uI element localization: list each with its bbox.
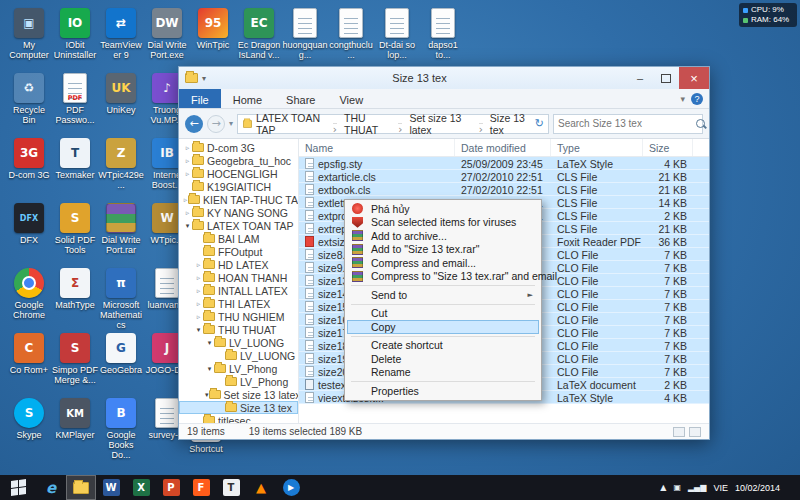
breadcrumb-segment-thu-thuat[interactable]: THU THUAT [344, 112, 391, 136]
tree-item-thu-nghiem[interactable]: ▹THU NGHIEM [179, 310, 298, 323]
tree-item-d-com-3g[interactable]: ▹D-com 3G [179, 141, 298, 154]
tab-share[interactable]: Share [274, 89, 327, 108]
forward-button[interactable]: → [207, 115, 225, 133]
taskbar-item-foxit-reader[interactable]: F [186, 475, 216, 500]
collapse-arrow-icon[interactable]: ▾ [205, 391, 209, 399]
details-view-button[interactable] [673, 427, 685, 437]
title-bar[interactable]: ▾ Size 13 tex [179, 67, 709, 89]
tree-item-titlesec[interactable]: titlesec [179, 414, 298, 423]
desktop-icon-google-books-do[interactable]: BGoogle Books Do... [98, 398, 144, 460]
maximize-button[interactable] [653, 67, 679, 89]
tree-item-set-size-13-latex[interactable]: ▾Set size 13 latex [179, 388, 298, 401]
context-menu-item-ph-h-y[interactable]: Phá hủy [347, 202, 539, 216]
expand-arrow-icon[interactable]: ▹ [194, 274, 203, 282]
tree-item-lv-phong[interactable]: ▾LV_Phong [179, 362, 298, 375]
tree-item-geogebra-tu-hoc[interactable]: ▹Geogebra_tu_hoc [179, 154, 298, 167]
context-menu-item-compress-to-size-13-tex-rar-and-email[interactable]: Compress to "Size 13 tex.rar" and email [347, 270, 539, 284]
tree-item-ky-nang-song[interactable]: ▹KY NANG SONG [179, 206, 298, 219]
hidden-icons-arrow-icon[interactable]: ▲ [660, 483, 666, 492]
desktop-icon-iobit-uninstaller[interactable]: IOIObit Uninstaller [52, 8, 98, 60]
taskbar-clock[interactable]: 10/02/2014 [735, 483, 784, 493]
tab-file[interactable]: File [179, 89, 221, 108]
desktop-icon-mathtype[interactable]: ΣMathType [52, 268, 98, 310]
expand-arrow-icon[interactable]: ▹ [194, 313, 203, 321]
desktop-icon-wintpic[interactable]: 95WinTpic [190, 8, 236, 50]
search-input[interactable] [554, 118, 694, 129]
network-icon[interactable]: ▂▄▆ [688, 483, 706, 492]
file-row-epsfig-sty[interactable]: epsfig.sty25/09/2009 23:45LaTeX Style4 K… [299, 157, 709, 170]
tree-item-ffoutput[interactable]: FFOutput [179, 245, 298, 258]
help-icon[interactable]: ? [691, 93, 703, 105]
desktop-icon-skype[interactable]: SSkype [6, 398, 52, 440]
desktop-icon-co-rom[interactable]: CCo Rom+ [6, 333, 52, 375]
desktop-icon-google-chrome[interactable]: Google Chrome [6, 268, 52, 320]
quick-access-toolbar[interactable]: ▾ [179, 73, 212, 83]
desktop-icon-dapso1-to[interactable]: dapso1 to... [420, 8, 466, 60]
search-box[interactable] [553, 114, 703, 134]
tree-item-lv-phong[interactable]: LV_Phong [179, 375, 298, 388]
file-row-extbook-cls[interactable]: extbook.cls27/02/2010 22:51CLS File21 KB [299, 183, 709, 196]
desktop-icon-pdf-passwo[interactable]: PDFPDF Passwo... [52, 73, 98, 125]
desktop-icon-unikey[interactable]: UKUniKey [98, 73, 144, 115]
tree-item-kien-tap-thuc-ta[interactable]: ▹KIEN TAP-THUC TA [179, 193, 298, 206]
tree-item-lv-luong[interactable]: ▾LV_LUONG [179, 336, 298, 349]
expand-arrow-icon[interactable]: ▹ [194, 287, 203, 295]
collapse-arrow-icon[interactable]: ▾ [205, 365, 214, 373]
desktop-icon-geogebra[interactable]: GGeoGebra [98, 333, 144, 375]
context-menu-item-cut[interactable]: Cut [347, 307, 539, 321]
tree-item-hocengligh[interactable]: ▹HOCENGLIGH [179, 167, 298, 180]
breadcrumb-segment-latex-toan-tap[interactable]: LATEX TOAN TAP [256, 112, 326, 136]
context-menu-item-create-shortcut[interactable]: Create shortcut [347, 339, 539, 353]
context-menu-item-send-to[interactable]: Send to► [347, 288, 539, 302]
taskbar-item-media-player[interactable]: ▶ [276, 475, 306, 500]
expand-arrow-icon[interactable]: ▹ [183, 209, 192, 217]
desktop-icon-microsoft-mathematics[interactable]: πMicrosoft Mathematics [98, 268, 144, 330]
expand-arrow-icon[interactable]: ▹ [183, 144, 192, 152]
context-menu-item-delete[interactable]: Delete [347, 352, 539, 366]
tree-item-intall-latex[interactable]: ▹INTALL LATEX [179, 284, 298, 297]
search-icon[interactable] [694, 117, 699, 131]
column-header-date-modified[interactable]: Date modified [455, 139, 551, 156]
expand-arrow-icon[interactable]: ▹ [183, 157, 192, 165]
collapse-arrow-icon[interactable]: ▾ [205, 339, 214, 347]
tab-home[interactable]: Home [221, 89, 274, 108]
desktop-icon-texmaker[interactable]: TTexmaker [52, 138, 98, 180]
desktop-icon-congthuclu[interactable]: congthuclu... [328, 8, 374, 60]
column-header-name[interactable]: Name [299, 139, 455, 156]
desktop-icon-dt-dai-so-lop[interactable]: Dt-dai so lop... [374, 8, 420, 60]
context-menu-item-compress-and-email[interactable]: Compress and email... [347, 256, 539, 270]
chevron-down-icon[interactable]: ▾ [202, 74, 206, 83]
collapse-arrow-icon[interactable]: ▾ [183, 222, 192, 230]
tree-item-size-13-tex[interactable]: Size 13 tex [179, 401, 298, 414]
context-menu-item-add-to-archive[interactable]: Add to archive... [347, 229, 539, 243]
back-button[interactable]: ← [185, 115, 203, 133]
tree-item-thi-latex[interactable]: ▹THI LATEX [179, 297, 298, 310]
desktop-icon-d-com-3g[interactable]: 3GD-com 3G [6, 138, 52, 180]
desktop-icon-kmplayer[interactable]: KMKMPlayer [52, 398, 98, 440]
context-menu-item-properties[interactable]: Properties [347, 384, 539, 398]
file-row-extarticle-cls[interactable]: extarticle.cls27/02/2010 22:51CLS File21… [299, 170, 709, 183]
minimize-button[interactable] [627, 67, 653, 89]
desktop-icon-dial-write-port-exe[interactable]: DWDial Write Port.exe [144, 8, 190, 60]
expand-arrow-icon[interactable]: ▹ [194, 300, 203, 308]
tab-view[interactable]: View [327, 89, 375, 108]
collapse-arrow-icon[interactable]: ▾ [194, 326, 203, 334]
tree-item-thu-thuat[interactable]: ▾THU THUAT [179, 323, 298, 336]
breadcrumb-segment-set-size-13-latex[interactable]: Set size 13 latex [409, 112, 471, 136]
taskbar-item-internet-explorer[interactable]: e [36, 475, 66, 500]
taskbar-item-excel[interactable]: X [126, 475, 156, 500]
desktop-icon-dial-write-port-rar[interactable]: Dial Write Port.rar [98, 203, 144, 255]
context-menu-item-add-to-size-13-tex-rar[interactable]: Add to "Size 13 tex.rar" [347, 243, 539, 257]
desktop-icon-huongquang[interactable]: huongquang... [282, 8, 328, 60]
expand-arrow-icon[interactable]: ▹ [194, 261, 203, 269]
taskbar-item-word[interactable]: W [96, 475, 126, 500]
tree-item-hd-latex[interactable]: ▹HD LATEX [179, 258, 298, 271]
taskbar-item-start[interactable] [0, 475, 36, 500]
tree-item-k19giaitich[interactable]: K19GIAITICH [179, 180, 298, 193]
history-dropdown-icon[interactable]: ▾ [229, 119, 233, 128]
desktop-icon-teamviewer-9[interactable]: ⇄TeamViewer 9 [98, 8, 144, 60]
context-menu-item-scan-selected-items-for-viruses[interactable]: Scan selected items for viruses [347, 216, 539, 230]
action-center-icon[interactable]: ▣ [673, 483, 681, 492]
column-header-type[interactable]: Type [551, 139, 643, 156]
context-menu-item-rename[interactable]: Rename [347, 366, 539, 380]
